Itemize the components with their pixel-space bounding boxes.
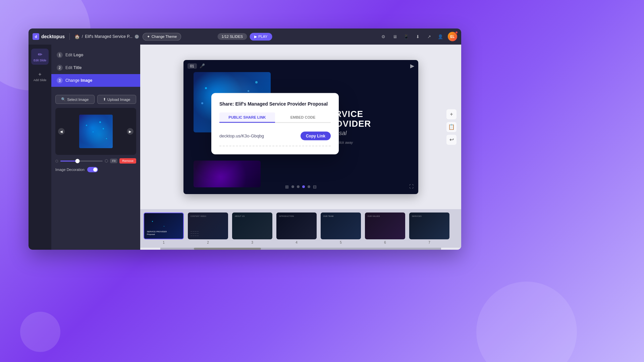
- particle: [205, 87, 207, 89]
- remove-button[interactable]: Remove: [119, 158, 136, 164]
- select-image-label: Select Image: [67, 98, 89, 102]
- image-panel-buttons: 🔍 Select Image ⬆ Upload Image: [55, 95, 136, 104]
- thumb-num-2: 2: [188, 241, 228, 244]
- main-layout: ✏ Edit Slide + Add Slide 1 Edit Logo 2 E…: [29, 45, 461, 250]
- search-icon: 🔍: [61, 97, 66, 102]
- slide-play-icon[interactable]: ▶: [410, 63, 414, 69]
- image-size-slider[interactable]: [60, 161, 103, 162]
- size-max-icon: ⬡: [105, 159, 108, 163]
- thumbnail-1[interactable]: SERVICE PROVIDERProposal: [144, 213, 184, 239]
- thumb-label-2: Content Index: [191, 215, 206, 217]
- select-image-button[interactable]: 🔍 Select Image: [55, 95, 95, 104]
- slide-topbar: 01 🎤 ▶: [183, 60, 418, 72]
- slide-dot-1: [291, 185, 294, 188]
- thumb-wrapper-3: ABOUT US 3: [232, 213, 272, 244]
- image-next-arrow[interactable]: ▶: [127, 128, 133, 135]
- avatar-initials: EL: [450, 35, 455, 39]
- microphone-icon: 🎤: [200, 63, 205, 68]
- add-slide-icon: +: [38, 71, 41, 77]
- thumb-label-3: ABOUT US: [235, 215, 245, 217]
- canvas-undo-button[interactable]: ↩: [446, 135, 457, 145]
- image-particles: [79, 115, 113, 148]
- thumbnail-2[interactable]: Content Index — — — —— — — —— — — —: [188, 213, 228, 239]
- sidebar-item-edit-slide[interactable]: ✏ Edit Slide: [31, 49, 49, 65]
- slide-ctrl-right[interactable]: ⊟: [313, 184, 317, 189]
- slide-counter-text: 1/12 SLIDES: [222, 35, 243, 39]
- fit-badge[interactable]: Fit: [110, 159, 117, 163]
- sidebar-item-add-slide[interactable]: + Add Slide: [31, 69, 49, 84]
- panel-item-image-label: Change Image: [65, 78, 92, 83]
- bg-decoration-br: [476, 282, 577, 362]
- left-panel: 1 Edit Logo 2 Edit Title 3 Change Image …: [51, 45, 140, 250]
- thumb-label-5: Our Team: [323, 215, 333, 217]
- copy-link-button[interactable]: Copy Link: [301, 131, 331, 140]
- particle: [164, 226, 164, 227]
- canvas-side-buttons: + 📋 ↩: [446, 109, 457, 145]
- thumbnail-5[interactable]: Our Team: [321, 213, 361, 239]
- logo-icon: d: [33, 33, 39, 40]
- fullscreen-icon[interactable]: ⛶: [409, 184, 414, 189]
- play-icon: ▶: [254, 35, 257, 39]
- topbar-center: 1/12 SLIDES ▶ PLAY: [218, 33, 272, 41]
- toggle-thumb: [93, 168, 97, 172]
- slide-ctrl-left[interactable]: ⊞: [285, 184, 289, 189]
- share-link: decktop.us/K3o-Gbqbg: [219, 133, 264, 138]
- image-prev-arrow[interactable]: ◀: [58, 128, 65, 135]
- canvas-area: 01 🎤 ▶: [140, 45, 461, 250]
- download-icon[interactable]: ⬇: [414, 33, 422, 41]
- slide-dot-2: [297, 185, 300, 188]
- panel-list: 1 Edit Logo 2 Edit Title 3 Change Image: [51, 45, 140, 91]
- particle: [106, 138, 107, 139]
- change-theme-icon: ✦: [147, 35, 150, 39]
- tab-embed-code[interactable]: EMBED CODE: [275, 112, 331, 123]
- canvas-copy-button[interactable]: 📋: [446, 122, 457, 132]
- edit-slide-label: Edit Slide: [34, 59, 46, 62]
- thumb-wrapper-2: Content Index — — — —— — — —— — — — 2: [188, 213, 228, 244]
- image-decoration-toggle[interactable]: [87, 167, 98, 172]
- panel-item-num-1: 1: [57, 52, 63, 58]
- topbar-right: ⚙ 🖥 📱 ⬇ ↗ 👤 EL: [379, 32, 457, 41]
- thumbnail-4[interactable]: INTRODUCTION: [276, 213, 317, 239]
- upload-image-button[interactable]: ⬆ Upload Image: [97, 95, 137, 104]
- scrollbar-thumb[interactable]: [194, 248, 261, 250]
- panel-item-image[interactable]: 3 Change Image: [51, 74, 140, 87]
- panel-item-num-3: 3: [57, 77, 63, 83]
- clock-icon: 🕐: [135, 35, 139, 39]
- thumb-num-1: 1: [144, 241, 184, 244]
- slider-thumb: [75, 159, 79, 163]
- panel-item-logo[interactable]: 1 Edit Logo: [51, 49, 140, 61]
- thumb-num-4: 4: [276, 241, 317, 244]
- panel-item-title[interactable]: 2 Edit Title: [51, 61, 140, 74]
- share-icon[interactable]: ↗: [425, 33, 433, 41]
- thumbnail-3[interactable]: ABOUT US: [232, 213, 272, 239]
- app-logo[interactable]: d decktopus: [33, 33, 65, 40]
- image-preview: [79, 115, 113, 148]
- slider-fill: [60, 161, 77, 162]
- settings-icon[interactable]: ⚙: [379, 33, 387, 41]
- desktop-icon[interactable]: 🖥: [391, 33, 399, 41]
- modal-tabs: PUBLIC SHARE LINK EMBED CODE: [219, 112, 331, 123]
- avatar-badge: [455, 31, 458, 34]
- thumbnail-strip: SERVICE PROVIDERProposal 1 Content Index…: [140, 209, 461, 248]
- play-label: PLAY: [258, 35, 267, 39]
- thumb-wrapper-6: OUR VALUES 6: [365, 213, 405, 244]
- thumb-num-3: 3: [232, 241, 272, 244]
- particle: [152, 221, 153, 222]
- thumbnail-7[interactable]: SERVICES: [409, 213, 449, 239]
- breadcrumb-title: Elif's Managed Service P...: [85, 34, 132, 39]
- particle: [86, 125, 87, 126]
- breadcrumb: 🏠 / Elif's Managed Service P... 🕐: [74, 34, 139, 39]
- particle: [93, 131, 94, 132]
- tab-public-share-link[interactable]: PUBLIC SHARE LINK: [219, 112, 275, 123]
- user-icon[interactable]: 👤: [436, 33, 444, 41]
- bg-decoration-bl: [20, 312, 60, 352]
- play-button[interactable]: ▶ PLAY: [250, 33, 272, 41]
- monitor-icon[interactable]: 📱: [402, 33, 410, 41]
- breadcrumb-separator: /: [82, 34, 83, 39]
- canvas-wrapper: 01 🎤 ▶: [140, 45, 461, 209]
- thumb-num-7: 7: [409, 241, 449, 244]
- thumbnail-6[interactable]: OUR VALUES: [365, 213, 405, 239]
- add-element-button[interactable]: +: [446, 109, 457, 119]
- avatar[interactable]: EL: [448, 32, 457, 41]
- change-theme-button[interactable]: ✦ Change Theme: [143, 33, 181, 41]
